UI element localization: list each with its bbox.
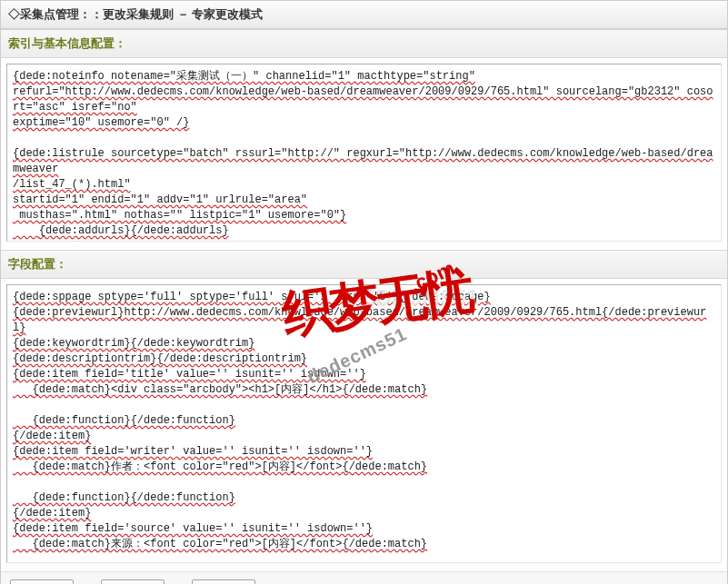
button-bar: 确定 重置 返回 [1, 571, 727, 584]
page-title: ◇采集点管理：：更改采集规则 － 专家更改模式 [1, 1, 727, 29]
ok-button[interactable]: 确定 [10, 579, 74, 584]
back-button[interactable]: 返回 [192, 579, 255, 584]
section-field-config-body [1, 279, 727, 571]
main-panel: ◇采集点管理：：更改采集规则 － 专家更改模式 索引与基本信息配置： 字段配置：… [0, 0, 728, 584]
section-index-config-title: 索引与基本信息配置： [1, 29, 727, 58]
field-config-textarea[interactable] [6, 284, 722, 563]
section-index-config-body [1, 58, 727, 250]
section-field-config-title: 字段配置： [1, 250, 727, 279]
reset-button[interactable]: 重置 [101, 579, 165, 584]
index-config-textarea[interactable] [6, 64, 722, 242]
